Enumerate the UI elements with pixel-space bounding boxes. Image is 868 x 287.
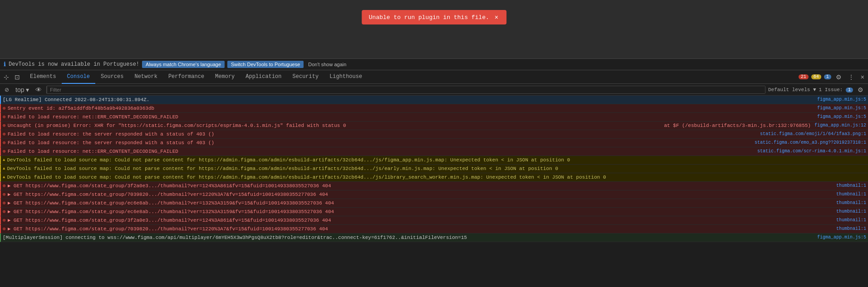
toolbar-right: Default levels ▼ 1 Issue: 1 ⚙ — [768, 85, 865, 94]
log-message: Failed to load resource: the server resp… — [8, 139, 751, 146]
log-message: DevTools failed to load source map: Coul… — [7, 156, 866, 164]
log-message: ▶ GET https://www.figma.com/state_group/… — [8, 182, 833, 190]
log-message: ▶ GET https://www.figma.com/state_group/… — [8, 191, 833, 198]
tab-security[interactable]: Security — [287, 70, 324, 84]
devtools-panel: ℹ DevTools is now available in Portugues… — [0, 59, 868, 287]
eye-button[interactable]: 👁 — [34, 85, 44, 94]
info-icon: ℹ — [4, 61, 6, 68]
log-message: Uncaught (in promise) Error: XHR for "ht… — [8, 122, 657, 129]
log-message: Failed to load resource: net::ERR_CONTEN… — [8, 148, 754, 155]
log-message: Failed to load resource: the server resp… — [8, 131, 756, 138]
log-source[interactable]: thumbnail:1 — [836, 217, 866, 224]
tab-memory[interactable]: Memory — [210, 70, 240, 84]
log-source[interactable]: figma_app.min.js:12 — [814, 122, 866, 129]
log-source[interactable]: static.figma.com/emo_a3.png??2019237318:… — [755, 139, 866, 146]
log-source[interactable]: static.figma.com/scr-rima-4.0.1.min.js:1 — [757, 148, 866, 155]
more-button[interactable]: ⋮ — [846, 73, 856, 82]
log-message: Failed to load resource: net::ERR_CONTEN… — [8, 113, 814, 121]
console-log-area[interactable]: [LG Realtime] Connected 2022-08-24T13:00… — [0, 96, 868, 287]
log-message: ▶ GET https://www.figma.com/state_group/… — [8, 208, 833, 215]
tab-bar-right: 21 64 1 ⚙ ⋮ × — [799, 73, 866, 82]
log-entry: ▶ GET https://www.figma.com/state_group/… — [0, 216, 868, 225]
always-match-language-button[interactable]: Always match Chrome's language — [142, 61, 225, 68]
toast-notification: Unable to run plugin in this file. × — [362, 10, 506, 24]
error-count-badge: 21 — [799, 74, 809, 79]
log-entry: DevTools failed to load source map: Coul… — [0, 165, 868, 173]
tab-sources[interactable]: Sources — [95, 70, 129, 84]
log-entry: DevTools failed to load source map: Coul… — [0, 173, 868, 182]
log-message: ▶ GET https://www.figma.com/state_group/… — [8, 199, 833, 207]
log-message: [LG Realtime] Connected 2022-08-24T13:00… — [3, 96, 814, 103]
log-entry: ▶ GET https://www.figma.com/state_group/… — [0, 182, 868, 190]
log-source[interactable]: figma_app.min.js:5 — [817, 234, 866, 241]
message-count-badge: 1 — [824, 74, 831, 79]
log-message: DevTools failed to load source map: Coul… — [7, 174, 866, 181]
tab-application[interactable]: Application — [240, 70, 287, 84]
log-source[interactable]: figma_app.min.js:5 — [817, 105, 866, 112]
log-entry: Uncaught (in promise) Error: XHR for "ht… — [0, 122, 868, 130]
log-source[interactable]: thumbnail:1 — [836, 225, 866, 233]
console-toolbar: ⊘ top ▾ 👁 Default levels ▼ 1 Issue: 1 ⚙ — [0, 84, 868, 96]
console-settings-button[interactable]: ⚙ — [856, 85, 865, 94]
settings-button[interactable]: ⚙ — [834, 73, 843, 82]
log-entry: [MultiplayerSession] connecting to wss:/… — [0, 233, 868, 242]
lang-info-text: DevTools is now available in Portuguese! — [9, 61, 139, 68]
tab-performance[interactable]: Performance — [163, 70, 210, 84]
devtools-tab-bar: ⊹ ⊡ Elements Console Sources Network Per… — [0, 70, 868, 84]
log-entry: Failed to load resource: net::ERR_CONTEN… — [0, 147, 868, 156]
warning-count-badge: 64 — [811, 74, 821, 79]
device-icon[interactable]: ⊡ — [13, 73, 22, 82]
issue-label: 1 Issue: 1 — [819, 87, 853, 92]
toast-close-button[interactable]: × — [494, 14, 499, 21]
log-message: ▶ GET https://www.figma.com/state_group/… — [8, 225, 833, 233]
console-top-button[interactable]: top ▾ — [14, 85, 31, 94]
log-message: DevTools failed to load source map: Coul… — [7, 165, 866, 172]
log-source[interactable]: thumbnail:1 — [836, 191, 866, 198]
log-entry: ▶ GET https://www.figma.com/state_group/… — [0, 225, 868, 233]
log-source[interactable]: thumbnail:1 — [836, 208, 866, 215]
tab-lighthouse[interactable]: Lighthouse — [324, 70, 368, 84]
clear-console-button[interactable]: ⊘ — [3, 86, 11, 94]
log-source[interactable]: thumbnail:1 — [836, 182, 866, 190]
inspect-icon[interactable]: ⊹ — [2, 73, 11, 82]
log-source[interactable]: figma_app.min.js:5 — [817, 96, 866, 103]
log-entry: [LG Realtime] Connected 2022-08-24T13:00… — [0, 96, 868, 104]
switch-language-button[interactable]: Switch DevTools to Portuguese — [227, 61, 304, 68]
tab-network[interactable]: Network — [129, 70, 162, 84]
log-source[interactable]: thumbnail:1 — [836, 199, 866, 207]
log-indent: at $F (/esbuild-artifacts/3-min.js.br:13… — [664, 122, 811, 129]
browser-viewport: Unable to run plugin in this file. × — [0, 0, 868, 59]
log-entry: Failed to load resource: the server resp… — [0, 130, 868, 139]
log-entry: ▶ GET https://www.figma.com/state_group/… — [0, 199, 868, 208]
log-entry: Sentry event id: a2f5a1ddfdbf48b5a9b4928… — [0, 104, 868, 113]
log-message: [MultiplayerSession] connecting to wss:/… — [3, 234, 814, 241]
log-entry: Failed to load resource: the server resp… — [0, 139, 868, 147]
close-devtools-button[interactable]: × — [859, 73, 866, 82]
tab-elements[interactable]: Elements — [25, 70, 62, 84]
lang-notification-bar: ℹ DevTools is now available in Portugues… — [0, 59, 868, 70]
log-entry: ▶ GET https://www.figma.com/state_group/… — [0, 208, 868, 216]
issue-count-badge: 1 — [846, 88, 853, 92]
log-source[interactable]: static.figma.com/emoji/1/64/1faa3.png:1 — [760, 131, 866, 138]
log-source[interactable]: figma_app.min.js:5 — [817, 113, 866, 121]
dismiss-language-button[interactable]: Don't show again — [306, 61, 348, 68]
log-message: ▶ GET https://www.figma.com/state_group/… — [8, 217, 833, 224]
log-message: Sentry event id: a2f5a1ddfdbf48b5a9b4928… — [8, 105, 814, 112]
tab-console[interactable]: Console — [62, 70, 95, 84]
toast-message: Unable to run plugin in this file. — [369, 14, 489, 21]
filter-area — [46, 86, 765, 94]
tab-tools-left: ⊹ ⊡ — [2, 73, 22, 82]
log-entry: ▶ GET https://www.figma.com/state_group/… — [0, 190, 868, 199]
filter-input[interactable] — [47, 86, 765, 93]
log-entry: Failed to load resource: net::ERR_CONTEN… — [0, 113, 868, 122]
default-levels-select[interactable]: Default levels ▼ — [768, 87, 816, 92]
log-entry: DevTools failed to load source map: Coul… — [0, 156, 868, 165]
